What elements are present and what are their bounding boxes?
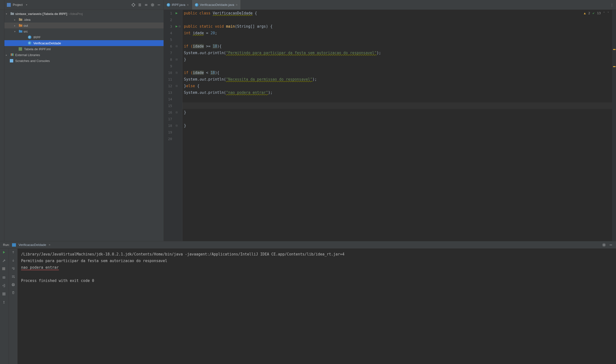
console-output[interactable]: /Library/Java/JavaVirtualMachines/jdk-18…: [18, 249, 616, 364]
locate-icon[interactable]: [131, 3, 136, 7]
expand-all-icon[interactable]: [137, 3, 142, 7]
run-tab-label[interactable]: VerificacaoDeIdade: [18, 243, 46, 247]
code-line[interactable]: System.out.println("nao podera entrar");: [182, 89, 612, 96]
collapse-all-icon[interactable]: [144, 3, 148, 7]
line-number[interactable]: 12: [164, 84, 175, 88]
chevron-right-icon[interactable]: ▸: [14, 18, 18, 21]
tree-external-libraries[interactable]: ▸ External Libraries: [4, 52, 164, 58]
soft-wrap-icon[interactable]: [12, 267, 15, 271]
line-number[interactable]: 1: [164, 11, 175, 15]
layout-icon[interactable]: [2, 292, 7, 297]
rerun-icon[interactable]: [2, 251, 7, 255]
code-line[interactable]: [182, 96, 612, 102]
close-icon[interactable]: ×: [236, 3, 238, 7]
code-area[interactable]: ▲2 ✔13 ˄ ˅ public class VerificacaoDeIda…: [182, 10, 612, 241]
tree-root[interactable]: ▾ sintaxe_variaveis [Tabela de IRPF] ~/I…: [4, 11, 164, 17]
code-line[interactable]: }: [182, 109, 612, 116]
stripe-warning-mark[interactable]: [613, 49, 616, 50]
line-number[interactable]: 14: [164, 97, 175, 101]
pin-icon[interactable]: [2, 300, 7, 305]
chevron-down-icon[interactable]: ˅: [607, 11, 609, 15]
line-number[interactable]: 3: [164, 25, 175, 28]
fold-icon[interactable]: ⊟: [175, 71, 178, 74]
tree-file-irpf[interactable]: C IRPF: [4, 34, 164, 40]
gutter[interactable]: 1▶ 2 3▶⊟ 4 5 6⊟ 7 8⊟ 9 10⊟ 11 12⊟ 13 14 …: [164, 10, 182, 241]
gear-icon[interactable]: [150, 3, 155, 7]
chevron-right-icon[interactable]: ▸: [14, 24, 18, 27]
wrench-icon[interactable]: [2, 259, 7, 263]
code-line[interactable]: [182, 63, 612, 69]
minimize-icon[interactable]: [157, 3, 161, 7]
tree-file-iml[interactable]: Tabela de IRPF.iml: [4, 46, 164, 52]
run-gutter-icon[interactable]: ▶: [176, 12, 178, 15]
line-number[interactable]: 2: [164, 18, 175, 22]
code-line[interactable]: [182, 129, 612, 135]
close-icon[interactable]: ×: [187, 3, 189, 7]
fold-icon[interactable]: ⊟: [175, 85, 178, 87]
line-number[interactable]: 4: [164, 31, 175, 35]
code-line[interactable]: [182, 16, 612, 23]
fold-icon[interactable]: ⊟: [178, 25, 181, 28]
scroll-to-end-icon[interactable]: [12, 275, 15, 279]
line-number[interactable]: 15: [164, 104, 175, 108]
line-number[interactable]: 8: [164, 58, 175, 62]
line-number[interactable]: 9: [164, 64, 175, 68]
gear-icon[interactable]: [602, 243, 606, 247]
tree-folder-out[interactable]: ▸ out: [4, 23, 164, 28]
code-line[interactable]: [182, 36, 612, 43]
fold-icon[interactable]: ⊟: [175, 45, 178, 48]
tree-folder-src[interactable]: ▾ src: [4, 28, 164, 34]
fold-icon[interactable]: ⊟: [175, 111, 178, 114]
code-line[interactable]: [182, 135, 612, 142]
line-number[interactable]: 18: [164, 124, 175, 128]
code-line[interactable]: }: [182, 56, 612, 63]
tree-folder-idea[interactable]: ▸ .idea: [4, 17, 164, 23]
fold-icon[interactable]: ⊟: [175, 124, 178, 127]
tree-file-verificacao[interactable]: C VerificacaoDeIdade: [4, 40, 164, 46]
run-gutter-icon[interactable]: ▶: [176, 25, 178, 28]
error-stripe[interactable]: [612, 10, 616, 241]
dump-icon[interactable]: [2, 275, 7, 280]
print-icon[interactable]: [12, 283, 15, 287]
down-icon[interactable]: [12, 259, 15, 263]
code-line[interactable]: int idade = 20;: [182, 30, 612, 36]
kebab-icon[interactable]: ⋮: [610, 3, 614, 7]
line-number[interactable]: 5: [164, 38, 175, 42]
chevron-down-icon[interactable]: ▾: [6, 13, 9, 15]
up-icon[interactable]: [12, 251, 15, 255]
tab-verificacao[interactable]: C VerificacaoDeIdade.java ×: [192, 0, 241, 10]
line-number[interactable]: 19: [164, 130, 175, 134]
code-line[interactable]: public static void main(String[] args) {: [182, 23, 612, 30]
trash-icon[interactable]: [12, 291, 15, 295]
chevron-right-icon[interactable]: ▸: [6, 54, 9, 56]
line-number[interactable]: 17: [164, 117, 175, 121]
code-line[interactable]: System.out.println("Necessita da permiss…: [182, 76, 612, 83]
chevron-up-icon[interactable]: ˄: [603, 11, 605, 15]
project-toolwindow-header[interactable]: Project ▾: [4, 0, 164, 10]
chevron-down-icon[interactable]: ▾: [14, 30, 18, 33]
project-tree[interactable]: ▾ sintaxe_variaveis [Tabela de IRPF] ~/I…: [4, 10, 164, 241]
line-number[interactable]: 20: [164, 137, 175, 141]
tab-irpf[interactable]: C IRPF.java ×: [164, 0, 192, 10]
fold-icon[interactable]: ⊟: [175, 58, 178, 61]
check-icon[interactable]: ✔: [593, 11, 595, 15]
code-line[interactable]: System.out.println("Permitindo para part…: [182, 50, 612, 56]
code-line[interactable]: public class VerificacaoDeIdade {: [182, 10, 612, 16]
line-number[interactable]: 7: [164, 51, 175, 55]
exit-icon[interactable]: [2, 284, 7, 288]
stop-icon[interactable]: [2, 267, 7, 272]
code-line[interactable]: if (idade >= 18){: [182, 43, 612, 50]
line-number[interactable]: 13: [164, 91, 175, 94]
inspection-bar[interactable]: ▲2 ✔13 ˄ ˅: [584, 11, 609, 15]
code-line[interactable]: if (idade < 18){: [182, 69, 612, 76]
close-icon[interactable]: ×: [49, 243, 51, 247]
tree-scratches[interactable]: Scratches and Consoles: [4, 58, 164, 64]
code-line[interactable]: }else {: [182, 83, 612, 89]
chevron-down-icon[interactable]: ▾: [26, 3, 27, 6]
line-number[interactable]: 11: [164, 78, 175, 81]
editor[interactable]: 1▶ 2 3▶⊟ 4 5 6⊟ 7 8⊟ 9 10⊟ 11 12⊟ 13 14 …: [164, 10, 616, 241]
stripe-warning-mark[interactable]: [613, 66, 616, 67]
line-number[interactable]: 10: [164, 71, 175, 75]
code-line[interactable]: }: [182, 122, 612, 129]
code-line[interactable]: [182, 116, 612, 122]
